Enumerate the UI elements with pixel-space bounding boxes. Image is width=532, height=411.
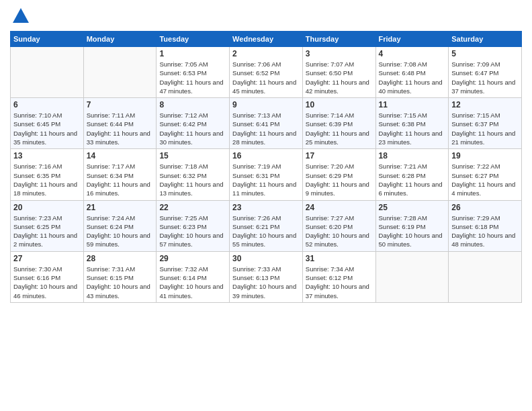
day-number: 6 [13,100,81,109]
day-number: 14 [87,151,154,161]
day-info: Sunrise: 7:19 AMSunset: 6:31 PMDaylight:… [232,162,300,197]
day-info: Sunrise: 7:31 AMSunset: 6:15 PMDaylight:… [87,265,154,300]
calendar-day-cell: 7Sunrise: 7:11 AMSunset: 6:44 PMDaylight… [83,98,157,149]
day-of-week-header: Friday [375,32,449,47]
calendar-day-cell: 24Sunrise: 7:27 AMSunset: 6:20 PMDayligh… [302,200,375,251]
day-info: Sunrise: 7:14 AMSunset: 6:39 PMDaylight:… [306,111,373,146]
calendar-day-cell [83,47,157,98]
calendar-day-cell: 30Sunrise: 7:33 AMSunset: 6:13 PMDayligh… [230,251,303,302]
calendar-week-row: 6Sunrise: 7:10 AMSunset: 6:45 PMDaylight… [11,98,522,149]
calendar-table: SundayMondayTuesdayWednesdayThursdayFrid… [10,31,522,303]
calendar-day-cell: 17Sunrise: 7:20 AMSunset: 6:29 PMDayligh… [302,149,375,200]
day-info: Sunrise: 7:06 AMSunset: 6:52 PMDaylight:… [232,60,300,95]
day-number: 16 [232,151,300,161]
day-number: 11 [379,100,446,109]
calendar-day-cell: 2Sunrise: 7:06 AMSunset: 6:52 PMDaylight… [230,47,303,98]
day-info: Sunrise: 7:17 AMSunset: 6:34 PMDaylight:… [87,162,154,197]
day-number: 26 [451,203,519,212]
day-of-week-header: Sunday [11,32,84,47]
day-number: 30 [232,254,300,263]
calendar-day-cell: 13Sunrise: 7:16 AMSunset: 6:35 PMDayligh… [11,149,84,200]
day-info: Sunrise: 7:05 AMSunset: 6:53 PMDaylight:… [159,60,226,95]
day-number: 20 [13,203,81,212]
day-number: 4 [379,49,446,58]
day-number: 10 [306,100,373,109]
calendar-day-cell [375,251,449,302]
day-info: Sunrise: 7:30 AMSunset: 6:16 PMDaylight:… [13,265,81,300]
calendar-header-row: SundayMondayTuesdayWednesdayThursdayFrid… [11,32,522,47]
day-info: Sunrise: 7:10 AMSunset: 6:45 PMDaylight:… [13,111,81,146]
day-number: 1 [159,49,226,58]
day-of-week-header: Wednesday [230,32,303,47]
day-number: 9 [232,100,300,109]
day-info: Sunrise: 7:15 AMSunset: 6:38 PMDaylight:… [379,111,446,146]
day-info: Sunrise: 7:21 AMSunset: 6:28 PMDaylight:… [379,162,446,197]
calendar-day-cell: 16Sunrise: 7:19 AMSunset: 6:31 PMDayligh… [230,149,303,200]
day-info: Sunrise: 7:32 AMSunset: 6:14 PMDaylight:… [159,265,226,300]
day-number: 3 [306,49,373,58]
calendar-day-cell: 21Sunrise: 7:24 AMSunset: 6:24 PMDayligh… [83,200,157,251]
calendar-day-cell: 28Sunrise: 7:31 AMSunset: 6:15 PMDayligh… [83,251,157,302]
day-info: Sunrise: 7:13 AMSunset: 6:41 PMDaylight:… [232,111,300,146]
calendar-day-cell: 9Sunrise: 7:13 AMSunset: 6:41 PMDaylight… [230,98,303,149]
day-info: Sunrise: 7:09 AMSunset: 6:47 PMDaylight:… [451,60,519,95]
day-number: 12 [451,100,519,109]
day-number: 27 [13,254,81,263]
day-info: Sunrise: 7:28 AMSunset: 6:19 PMDaylight:… [379,214,446,249]
calendar-day-cell: 27Sunrise: 7:30 AMSunset: 6:16 PMDayligh… [11,251,84,302]
day-of-week-header: Thursday [302,32,375,47]
day-info: Sunrise: 7:27 AMSunset: 6:20 PMDaylight:… [306,214,373,249]
calendar-day-cell: 4Sunrise: 7:08 AMSunset: 6:48 PMDaylight… [375,47,449,98]
day-number: 18 [379,151,446,161]
page-header [10,7,522,26]
day-info: Sunrise: 7:23 AMSunset: 6:25 PMDaylight:… [13,214,81,249]
day-info: Sunrise: 7:22 AMSunset: 6:27 PMDaylight:… [451,162,519,197]
day-info: Sunrise: 7:12 AMSunset: 6:42 PMDaylight:… [159,111,226,146]
calendar-day-cell: 3Sunrise: 7:07 AMSunset: 6:50 PMDaylight… [302,47,375,98]
day-number: 29 [159,254,226,263]
day-number: 17 [306,151,373,161]
calendar-week-row: 27Sunrise: 7:30 AMSunset: 6:16 PMDayligh… [11,251,522,302]
day-info: Sunrise: 7:20 AMSunset: 6:29 PMDaylight:… [306,162,373,197]
day-info: Sunrise: 7:11 AMSunset: 6:44 PMDaylight:… [87,111,154,146]
day-info: Sunrise: 7:26 AMSunset: 6:21 PMDaylight:… [232,214,300,249]
day-number: 8 [159,100,226,109]
calendar-day-cell [449,251,522,302]
logo-icon [11,7,30,26]
day-number: 2 [232,49,300,58]
calendar-day-cell [11,47,84,98]
day-number: 7 [87,100,154,109]
day-number: 24 [306,203,373,212]
calendar-day-cell: 1Sunrise: 7:05 AMSunset: 6:53 PMDaylight… [157,47,230,98]
calendar-day-cell: 5Sunrise: 7:09 AMSunset: 6:47 PMDaylight… [449,47,522,98]
calendar-day-cell: 8Sunrise: 7:12 AMSunset: 6:42 PMDaylight… [157,98,230,149]
calendar-day-cell: 10Sunrise: 7:14 AMSunset: 6:39 PMDayligh… [302,98,375,149]
day-of-week-header: Monday [83,32,157,47]
day-number: 22 [159,203,226,212]
calendar-day-cell: 25Sunrise: 7:28 AMSunset: 6:19 PMDayligh… [375,200,449,251]
day-number: 28 [87,254,154,263]
day-info: Sunrise: 7:16 AMSunset: 6:35 PMDaylight:… [13,162,81,197]
calendar-day-cell: 18Sunrise: 7:21 AMSunset: 6:28 PMDayligh… [375,149,449,200]
day-number: 21 [87,203,154,212]
calendar-day-cell: 14Sunrise: 7:17 AMSunset: 6:34 PMDayligh… [83,149,157,200]
day-info: Sunrise: 7:34 AMSunset: 6:12 PMDaylight:… [306,265,373,300]
calendar-week-row: 1Sunrise: 7:05 AMSunset: 6:53 PMDaylight… [11,47,522,98]
calendar-week-row: 20Sunrise: 7:23 AMSunset: 6:25 PMDayligh… [11,200,522,251]
calendar-day-cell: 26Sunrise: 7:29 AMSunset: 6:18 PMDayligh… [449,200,522,251]
svg-marker-0 [13,8,29,23]
calendar-day-cell: 11Sunrise: 7:15 AMSunset: 6:38 PMDayligh… [375,98,449,149]
day-info: Sunrise: 7:07 AMSunset: 6:50 PMDaylight:… [306,60,373,95]
day-number: 13 [13,151,81,161]
day-of-week-header: Saturday [449,32,522,47]
calendar-week-row: 13Sunrise: 7:16 AMSunset: 6:35 PMDayligh… [11,149,522,200]
day-of-week-header: Tuesday [157,32,230,47]
calendar-day-cell: 12Sunrise: 7:15 AMSunset: 6:37 PMDayligh… [449,98,522,149]
day-info: Sunrise: 7:29 AMSunset: 6:18 PMDaylight:… [451,214,519,249]
calendar-day-cell: 29Sunrise: 7:32 AMSunset: 6:14 PMDayligh… [157,251,230,302]
calendar-day-cell: 6Sunrise: 7:10 AMSunset: 6:45 PMDaylight… [11,98,84,149]
logo [10,7,30,26]
calendar-day-cell: 22Sunrise: 7:25 AMSunset: 6:23 PMDayligh… [157,200,230,251]
calendar-day-cell: 15Sunrise: 7:18 AMSunset: 6:32 PMDayligh… [157,149,230,200]
day-number: 5 [451,49,519,58]
